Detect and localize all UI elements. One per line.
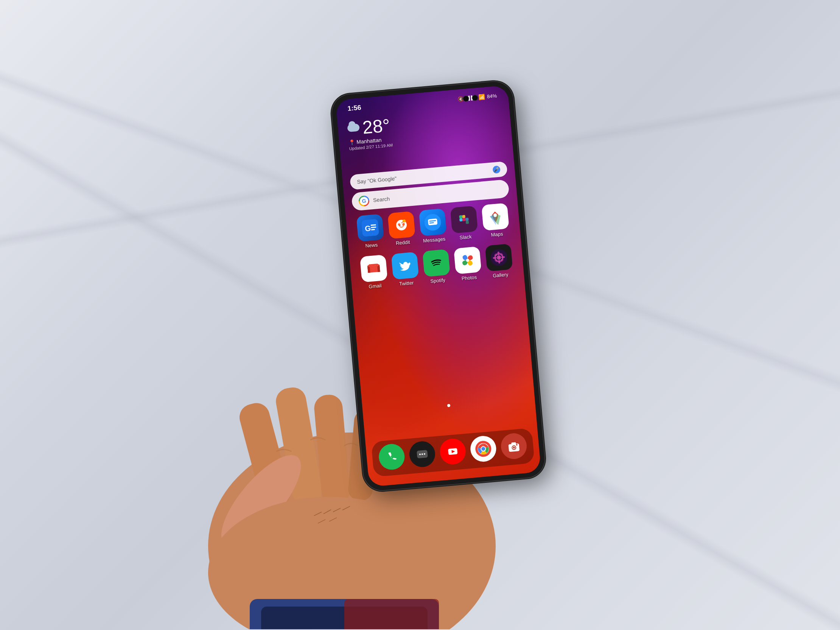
app-twitter[interactable]: Twitter: [388, 252, 422, 287]
svg-rect-8: [261, 606, 428, 629]
page-dot-1: [447, 404, 451, 407]
svg-rect-1: [237, 400, 293, 510]
google-g-logo: G: [358, 195, 369, 206]
maps-icon-svg: [486, 208, 505, 226]
dock-row: [371, 428, 535, 477]
svg-line-10: [314, 512, 322, 516]
dock: [371, 428, 535, 477]
camera-icon-svg: [505, 437, 523, 455]
svg-line-15: [329, 518, 337, 521]
news-icon: G: [356, 214, 384, 242]
svg-rect-2: [274, 385, 324, 506]
svg-rect-37: [463, 218, 466, 221]
messages-icon: [419, 208, 447, 236]
scene: 1:56 🔇 ▌▌▌▌ 📶 84% 28°: [0, 0, 840, 630]
battery-text: 84%: [487, 93, 497, 99]
gmail-icon-svg: [365, 259, 382, 277]
app-gmail[interactable]: Gmail: [357, 254, 390, 290]
twitter-icon: [391, 252, 419, 279]
news-icon-svg: G: [361, 219, 379, 237]
dock-camera[interactable]: [498, 432, 531, 462]
svg-rect-36: [462, 215, 466, 218]
maps-icon: [482, 203, 510, 231]
spotify-icon-svg: [427, 254, 445, 272]
app-slack[interactable]: Slack: [448, 205, 481, 241]
svg-point-60: [382, 448, 401, 466]
status-time: 1:56: [347, 103, 362, 112]
app-photos[interactable]: Photos: [452, 246, 484, 282]
weather-temperature: 28°: [362, 116, 391, 137]
scene-inner: 1:56 🔇 ▌▌▌▌ 📶 84% 28°: [155, 32, 685, 599]
dock-phone-icon: [377, 443, 406, 471]
svg-point-45: [427, 254, 445, 272]
phone-screen: 1:56 🔇 ▌▌▌▌ 📶 84% 28°: [336, 85, 542, 486]
twitter-label: Twitter: [399, 279, 414, 286]
svg-line-11: [324, 510, 331, 514]
camera-cutout: [463, 94, 478, 101]
phone-icon-svg: [382, 448, 401, 466]
gmail-icon: [360, 254, 387, 282]
app-messages[interactable]: Messages: [417, 208, 450, 244]
svg-rect-35: [459, 215, 463, 218]
slack-label: Slack: [459, 234, 472, 240]
dock-youtube-icon: [439, 437, 467, 466]
spotify-label: Spotify: [430, 277, 446, 284]
reddit-icon-svg: [392, 216, 411, 234]
slack-icon: [450, 205, 478, 234]
spotify-icon: [422, 249, 450, 277]
microphone-icon[interactable]: 🎤: [492, 165, 501, 174]
gmail-label: Gmail: [368, 282, 382, 289]
dock-camera-icon: [500, 432, 528, 460]
photos-icon-svg: [459, 251, 477, 269]
dock-youtube[interactable]: [437, 437, 469, 467]
svg-point-6: [208, 497, 450, 629]
svg-line-12: [333, 508, 341, 512]
phone-body: 1:56 🔇 ▌▌▌▌ 📶 84% 28°: [331, 80, 546, 491]
reddit-icon: [387, 211, 415, 239]
camera-hole-2: [472, 94, 478, 101]
voice-search-label: Say "Ok Google": [357, 175, 397, 185]
dock-chrome[interactable]: [467, 434, 500, 465]
svg-rect-30: [428, 218, 437, 225]
wifi-icon: 📶: [478, 93, 485, 100]
page-indicator: [446, 401, 452, 409]
svg-rect-39: [466, 221, 469, 224]
app-grid: G News: [346, 202, 525, 298]
dock-phone[interactable]: [375, 443, 408, 473]
svg-point-5: [208, 444, 313, 557]
cloud-icon: [347, 123, 360, 132]
svg-line-14: [318, 519, 325, 523]
gallery-icon: [485, 243, 513, 271]
messages-label: Messages: [423, 236, 445, 243]
app-reddit[interactable]: Reddit: [385, 211, 418, 247]
photos-label: Photos: [461, 274, 477, 281]
photos-icon: [454, 246, 482, 274]
app-maps[interactable]: Maps: [479, 202, 512, 238]
weather-widget[interactable]: 28° 📍 Manhattan Updated 2/27 11:19 AM: [347, 116, 393, 151]
reddit-label: Reddit: [395, 239, 410, 246]
svg-rect-9: [344, 599, 439, 629]
messages-icon-svg: [424, 213, 442, 231]
svg-line-13: [343, 506, 350, 510]
app-row-1: G News: [353, 202, 513, 249]
news-label: News: [365, 242, 378, 249]
app-spotify[interactable]: Spotify: [420, 249, 453, 284]
app-row-2: Gmail Twitter: [357, 243, 516, 290]
gallery-label: Gallery: [493, 271, 508, 278]
svg-text:G: G: [365, 224, 371, 232]
dock-chrome-icon: [470, 435, 497, 463]
google-search-dots: Search: [373, 196, 390, 203]
dock-messages-icon: [408, 440, 436, 468]
svg-rect-7: [250, 599, 439, 629]
twitter-icon-svg: [396, 257, 414, 275]
dock-messages[interactable]: [406, 440, 439, 470]
chrome-icon-svg: [474, 440, 493, 458]
app-gallery[interactable]: Gallery: [483, 243, 516, 279]
svg-rect-3: [313, 393, 351, 505]
chat-icon-svg: [413, 445, 431, 463]
app-news[interactable]: G News: [354, 213, 387, 249]
svg-rect-34: [459, 218, 463, 221]
youtube-icon-svg: [444, 442, 462, 461]
camera-hole-1: [463, 95, 469, 101]
maps-label: Maps: [491, 231, 503, 238]
